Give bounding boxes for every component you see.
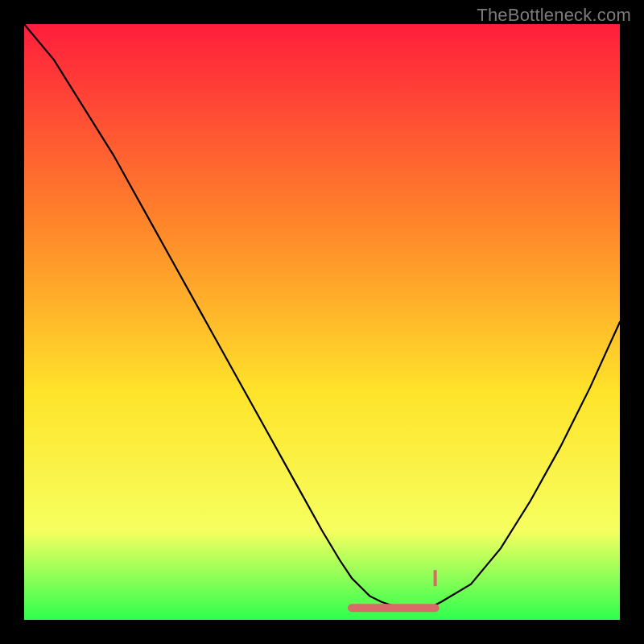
chart-frame [24, 24, 620, 620]
threshold-tick [434, 570, 437, 586]
chart-svg [24, 24, 620, 620]
watermark-text: TheBottleneck.com [477, 5, 631, 26]
